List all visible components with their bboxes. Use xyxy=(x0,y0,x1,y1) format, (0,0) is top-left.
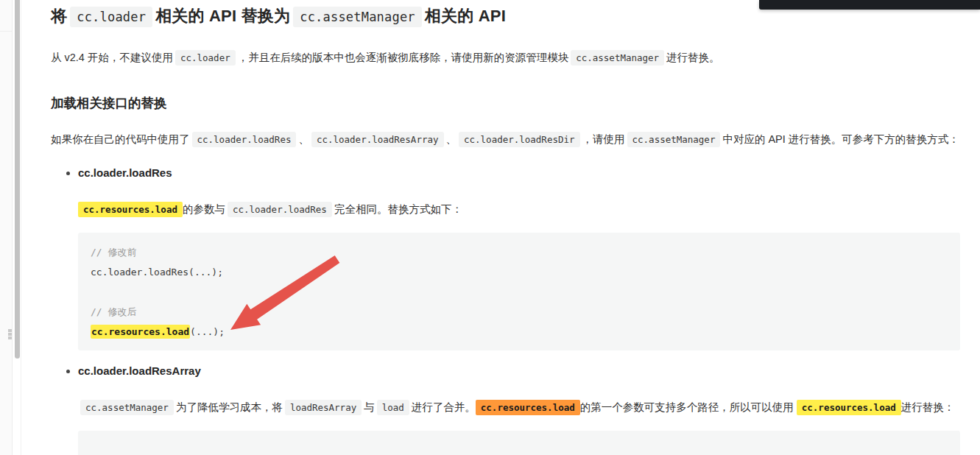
loadres-paragraph: cc.resources.load的参数与cc.loader.loadRes完全… xyxy=(78,200,960,219)
red-arrow-icon xyxy=(221,252,346,340)
title-text: 将 xyxy=(51,7,67,25)
sidebar-scrollbar[interactable] xyxy=(14,0,21,455)
title-inline-code: cc.assetManager xyxy=(293,7,422,27)
code-line: cc.loader.loadRes(...); xyxy=(91,262,945,282)
inline-code: cc.loader.loadRes xyxy=(192,132,297,147)
list-item-loadresarray: cc.loader.loadResArray cc.assetManager为了… xyxy=(78,363,960,455)
list-item-loadres: cc.loader.loadRes cc.resources.load的参数与c… xyxy=(78,165,960,350)
intro-paragraph: 从 v2.4 开始，不建议使用cc.loader，并且在后续的版本中也会逐渐被彻… xyxy=(51,48,960,68)
code-block-loadresarray xyxy=(78,431,960,455)
drag-handle-icon[interactable] xyxy=(8,329,12,339)
search-highlight: cc.resources.load xyxy=(91,325,190,339)
sidebar-header-divider xyxy=(0,0,12,32)
section-heading: 加载相关接口的替换 xyxy=(51,94,960,112)
inline-code: cc.assetManager xyxy=(571,50,664,66)
search-highlight-active: cc.resources.load xyxy=(476,400,580,415)
inline-code: cc.loader.loadResArray xyxy=(311,132,444,147)
search-highlight: cc.resources.load xyxy=(78,202,183,217)
code-line-empty xyxy=(91,282,945,302)
inline-code: cc.loader xyxy=(175,50,236,66)
inline-code: cc.loader.loadResDir xyxy=(459,132,580,147)
inline-code: loadResArray xyxy=(285,400,362,415)
sidebar-edge xyxy=(0,0,13,455)
inline-code: cc.assetManager xyxy=(80,400,174,415)
inline-code: load xyxy=(377,400,409,415)
list-item-heading: cc.loader.loadResArray xyxy=(78,363,960,379)
code-comment: // 修改前 xyxy=(91,242,945,262)
search-highlight: cc.resources.load xyxy=(797,400,901,415)
page-title: 将cc.loader相关的 API 替换为cc.assetManager相关的 … xyxy=(51,4,960,29)
replacement-list: cc.loader.loadRes cc.resources.load的参数与c… xyxy=(51,165,960,455)
title-text: 相关的 API xyxy=(425,7,506,25)
loadresarray-paragraph: cc.assetManager为了降低学习成本，将loadResArray与lo… xyxy=(78,398,960,417)
scrollbar-thumb[interactable] xyxy=(15,0,20,359)
section-intro-paragraph: 如果你在自己的代码中使用了cc.loader.loadRes、cc.loader… xyxy=(51,130,960,149)
code-comment: // 修改后 xyxy=(91,302,945,322)
content-left-divider xyxy=(21,0,21,455)
list-item-heading: cc.loader.loadRes xyxy=(78,165,960,181)
code-line: cc.resources.load(...); xyxy=(91,322,945,342)
code-block-loadres: // 修改前 cc.loader.loadRes(...); // 修改后 cc… xyxy=(78,233,960,350)
article: 将cc.loader相关的 API 替换为cc.assetManager相关的 … xyxy=(51,0,960,455)
inline-code: cc.assetManager xyxy=(627,132,721,147)
inline-code: cc.loader.loadRes xyxy=(228,202,332,217)
title-inline-code: cc.loader xyxy=(70,7,152,27)
title-text: 相关的 API 替换为 xyxy=(155,7,290,25)
